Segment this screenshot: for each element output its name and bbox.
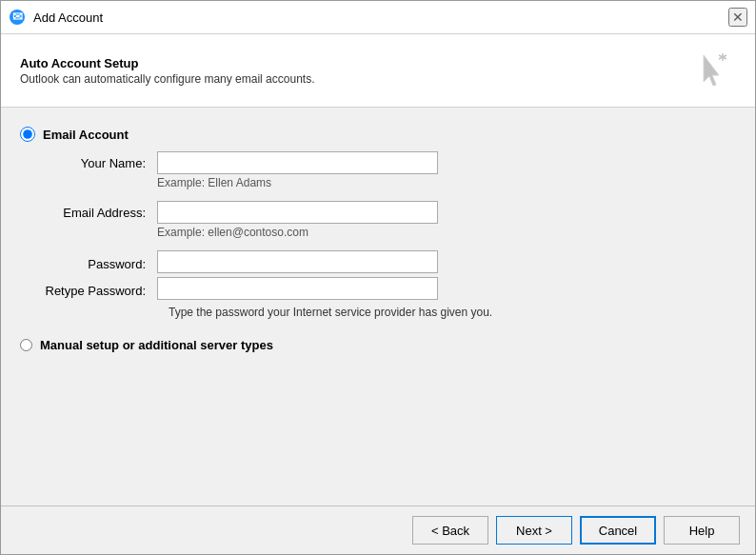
email-address-input-group: Example: ellen@contoso.com — [157, 201, 438, 247]
manual-setup-option[interactable]: Manual setup or additional server types — [20, 338, 736, 352]
header-title: Auto Account Setup — [20, 56, 315, 70]
manual-setup-radio[interactable] — [20, 339, 32, 351]
next-button[interactable]: Next > — [496, 516, 572, 545]
footer-section: < Back Next > Cancel Help — [1, 505, 755, 554]
email-account-option[interactable]: Email Account — [20, 127, 736, 142]
retype-password-label: Retype Password: — [43, 279, 157, 298]
email-account-fields: Your Name: Example: Ellen Adams Email Ad… — [43, 151, 736, 328]
password-hint: Type the password your Internet service … — [169, 306, 736, 319]
star-cursor-icon — [690, 48, 736, 93]
your-name-input-group: Example: Ellen Adams — [157, 151, 438, 197]
header-subtitle: Outlook can automatically configure many… — [20, 72, 315, 86]
svg-text:✉: ✉ — [12, 10, 23, 24]
title-bar: ✉ Add Account ✕ — [1, 1, 755, 34]
email-address-input[interactable] — [157, 201, 438, 224]
back-button[interactable]: < Back — [412, 516, 488, 545]
header-text: Auto Account Setup Outlook can automatic… — [20, 56, 315, 86]
retype-password-row: Retype Password: — [43, 277, 736, 300]
password-label: Password: — [43, 252, 157, 271]
email-address-example: Example: ellen@contoso.com — [157, 226, 438, 239]
dialog-title: Add Account — [33, 10, 103, 25]
email-account-radio[interactable] — [20, 127, 35, 142]
your-name-input[interactable] — [157, 151, 438, 174]
manual-setup-label[interactable]: Manual setup or additional server types — [40, 338, 273, 352]
close-button[interactable]: ✕ — [728, 8, 747, 27]
help-button[interactable]: Help — [664, 516, 740, 545]
svg-marker-2 — [704, 55, 719, 86]
password-input[interactable] — [157, 250, 438, 273]
email-account-label[interactable]: Email Account — [43, 128, 129, 142]
your-name-example: Example: Ellen Adams — [157, 176, 438, 189]
header-section: Auto Account Setup Outlook can automatic… — [1, 34, 755, 108]
title-bar-left: ✉ Add Account — [9, 9, 103, 26]
email-address-row: Email Address: Example: ellen@contoso.co… — [43, 201, 736, 247]
retype-password-input[interactable] — [157, 277, 438, 300]
form-area: Email Account Your Name: Example: Ellen … — [1, 108, 755, 505]
your-name-row: Your Name: Example: Ellen Adams — [43, 151, 736, 197]
wizard-icon — [690, 48, 736, 93]
cancel-button[interactable]: Cancel — [580, 516, 656, 545]
add-account-dialog: ✉ Add Account ✕ Auto Account Setup Outlo… — [0, 0, 756, 555]
dialog-icon: ✉ — [9, 9, 26, 26]
password-row: Password: — [43, 250, 736, 273]
your-name-label: Your Name: — [43, 151, 157, 170]
email-address-label: Email Address: — [43, 201, 157, 220]
